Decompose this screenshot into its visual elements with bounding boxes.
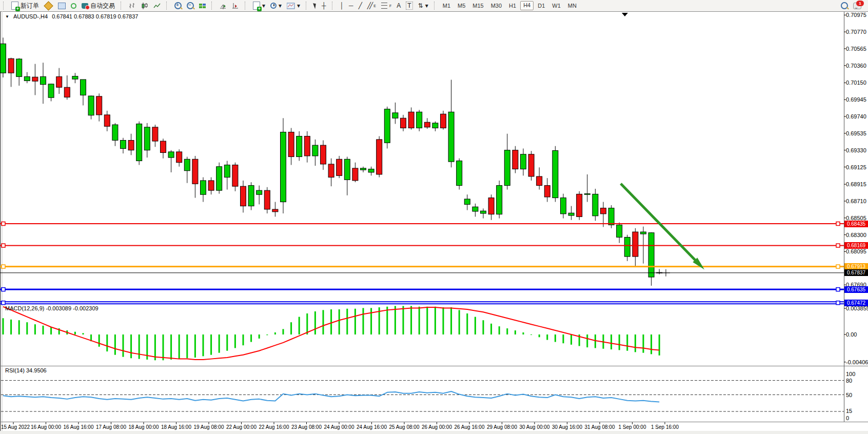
candle-body [392,113,398,118]
macd-name: MACD(12,26,9) [5,305,44,311]
horizontal-line-tool-button[interactable]: ─ [346,1,356,11]
candle-body [144,127,150,150]
timeframe-m15[interactable]: M15 [469,1,486,10]
bar-chart-button[interactable] [126,1,139,11]
macd-histogram-bar [274,332,276,334]
rsi-axis-label: 100 [846,371,867,377]
line-handle[interactable] [2,244,5,247]
macd-histogram-bar [490,324,492,334]
chart-canvas[interactable] [0,11,868,434]
search-icon [841,2,848,9]
candle-body [224,165,230,177]
candle-body [128,140,134,150]
trendline-tool-button[interactable]: ╱ [356,1,365,11]
timeframe-m5[interactable]: M5 [455,1,468,10]
timeframe-m1[interactable]: M1 [440,1,453,10]
text-tool-icon: A [397,2,401,9]
metaeditor-icon [44,1,53,10]
macd-histogram-bar [563,334,564,343]
fibonacci-tool-button[interactable]: F [379,1,394,11]
vertical-line-tool-button[interactable]: │ [338,1,347,11]
title-dropdown-icon[interactable]: ▼ [5,14,9,19]
line-handle[interactable] [836,265,840,268]
line-chart-button[interactable] [151,1,163,11]
price-axis-tick-label: 0.70770 [846,29,867,35]
timeframe-h1[interactable]: H1 [506,1,519,10]
chart-window: ▼ AUDUSD-,H4 0.67841 0.67883 0.67819 0.6… [0,11,868,434]
candle-body [64,87,70,97]
text-label-tool-button[interactable]: T [403,1,415,11]
macd-histogram-bar [643,334,644,353]
market-watch-icon [58,3,66,9]
new-order-button[interactable]: + 新订单 [9,1,42,11]
timeframe-d1[interactable]: D1 [535,1,548,10]
text-tool-button[interactable]: A [394,1,403,11]
line-handle[interactable] [836,244,840,247]
macd-histogram-bar [370,308,372,334]
crosshair-tool-button[interactable]: ┼ [319,1,329,11]
bid-price-tag: 0.67837 [844,269,868,276]
template-icon [287,3,295,9]
chart-shift-marker[interactable] [622,13,628,16]
price-axis-tick-label: 0.70150 [846,80,867,86]
candle-body [16,59,22,76]
line-handle[interactable] [836,288,840,291]
line-handle[interactable] [2,265,5,268]
macd-values: -0.003089 -0.002309 [46,305,98,311]
toolbar-separator [166,2,170,10]
line-handle[interactable] [836,222,840,226]
timeframe-m30[interactable]: M30 [488,1,505,10]
auto-scroll-icon [220,3,227,9]
timeframe-mn[interactable]: MN [565,1,580,10]
chart-shift-button[interactable] [229,1,242,11]
auto-scroll-button[interactable] [217,1,229,11]
timeframe-w1[interactable]: W1 [549,1,564,10]
macd-histogram-bar [635,334,636,352]
arrows-tool-button[interactable]: ⇅▾ [416,1,431,11]
templates-button[interactable]: ▾ [284,1,303,11]
tile-windows-button[interactable] [196,1,208,11]
candle-body [368,169,374,172]
price-axis-tick-label: 0.70975 [846,12,867,18]
candle-body [584,194,590,195]
candlestick-chart-button[interactable] [139,1,151,11]
price-line[interactable] [0,289,844,290]
candle-body [448,112,454,162]
price-line-tag: 0.67635 [844,286,868,293]
search-button[interactable] [838,1,851,11]
channel-tool-button[interactable]: ╱╱E [365,1,379,11]
periods-button[interactable]: ▾ [268,1,284,11]
candle-body [472,207,478,211]
price-line[interactable] [0,245,844,246]
price-line[interactable] [0,223,844,224]
main-toolbar: + 新订单 自动交易 + − + [0,0,868,12]
new-order-icon: + [11,2,18,10]
notifications-button[interactable]: 1 [851,1,864,11]
toolbar-drag-handle[interactable] [3,2,7,10]
signals-button[interactable] [68,1,79,11]
cursor-tool-button[interactable] [311,1,319,11]
timeframe-group: M1M5M15M30H1H4D1W1MN [440,1,580,10]
line-handle[interactable] [2,222,5,226]
macd-histogram-bar [18,320,20,334]
market-watch-button[interactable] [55,1,68,11]
macd-histogram-bar [523,332,524,334]
price-line[interactable] [0,266,844,267]
macd-histogram-bar [43,326,44,334]
zoom-out-button[interactable]: − [184,1,196,11]
line-handle[interactable] [2,301,5,305]
indicators-button[interactable]: + ▾ [250,1,268,11]
line-handle[interactable] [2,288,5,291]
timeframe-h4[interactable]: H4 [520,1,534,10]
macd-histogram-bar [394,306,396,334]
tile-windows-icon [199,4,206,8]
macd-histogram-bar [595,334,596,348]
bar-chart-icon [129,3,136,9]
metaeditor-button[interactable] [42,1,55,11]
auto-trading-button[interactable]: 自动交易 [79,1,117,11]
macd-histogram-bar [530,334,532,335]
zoom-in-button[interactable]: + [172,1,184,11]
auto-trading-icon [82,3,88,9]
line-handle[interactable] [836,301,840,305]
candle-body [257,190,262,194]
